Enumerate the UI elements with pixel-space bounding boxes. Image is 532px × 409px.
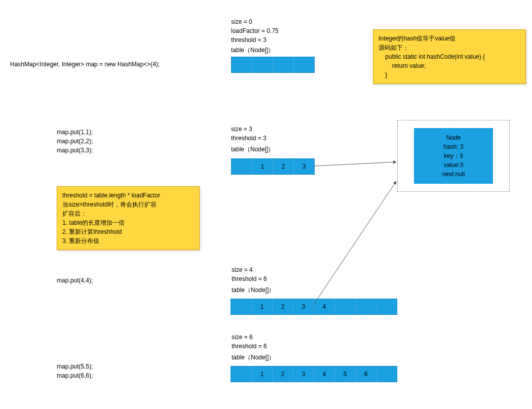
node-detail-frame: Node hash: 3 key：3 value:3 next:null (397, 120, 510, 192)
note-hashcode: Integer的hash值等于value值 源码如下： public stati… (373, 29, 526, 84)
state3-table-array: 1234 (231, 299, 397, 315)
array-cell: 6 (356, 366, 376, 382)
code-put-4: map.put(4,4); (57, 276, 93, 285)
array-cell (356, 299, 376, 314)
array-cell (231, 366, 252, 382)
array-cell (376, 366, 397, 382)
state3-threshold: threshold = 6 (232, 274, 267, 283)
state3-size: size = 4 (232, 265, 253, 274)
array-cell: 1 (252, 299, 273, 314)
state3-table-label: table（Node[]） (232, 285, 275, 295)
state1-table-label: table（Node[]） (231, 46, 274, 55)
array-cell (335, 299, 356, 314)
array-cell (232, 159, 252, 174)
code-put-56: map.put(5,5); map.put(6,6); (57, 362, 93, 380)
state4-table-label: table（Node[]） (232, 353, 275, 362)
array-cell (231, 299, 252, 314)
note-resize: threshold = table.length * loadFactor 当s… (57, 186, 200, 250)
array-cell (376, 299, 397, 314)
array-cell (294, 57, 314, 72)
state2-threshold: threshold = 3 (231, 134, 267, 143)
node-detail-box: Node hash: 3 key：3 value:3 next:null (414, 128, 493, 184)
state2-size: size = 3 (231, 125, 252, 134)
array-cell: 3 (294, 159, 314, 174)
diagram-canvas: HashMap<Integer, Integer> map = new Hash… (0, 0, 532, 409)
code-put-123: map.put(1,1); map.put(2,2); map.put(3,3)… (57, 128, 93, 155)
state2-table-label: table（Node[]） (231, 145, 274, 154)
state2-table-array: 123 (231, 158, 315, 175)
array-cell: 2 (273, 159, 294, 174)
array-cell: 3 (293, 366, 314, 382)
code-declaration: HashMap<Integer, Integer> map = new Hash… (10, 60, 160, 69)
array-cell: 2 (273, 366, 293, 382)
arrow-state2-to-node (313, 162, 396, 166)
array-cell: 4 (314, 366, 335, 382)
state1-size: size = 0 (231, 17, 252, 26)
state1-table-array (231, 57, 315, 73)
array-cell (252, 57, 273, 72)
state4-table-array: 123456 (231, 366, 397, 382)
array-cell: 3 (293, 299, 314, 314)
array-cell: 4 (314, 299, 335, 314)
array-cell: 1 (252, 366, 273, 382)
array-cell (273, 57, 294, 72)
state4-threshold: threshold = 6 (232, 342, 267, 351)
arrow-state3-to-node (313, 181, 396, 305)
state1-threshold: threshold = 3 (231, 35, 267, 45)
array-cell (232, 57, 252, 72)
array-cell: 1 (252, 159, 273, 174)
state1-loadfactor: loadFactor = 0.75 (231, 26, 279, 35)
array-cell: 5 (335, 366, 356, 382)
state4-size: size = 6 (232, 333, 253, 342)
array-cell: 2 (273, 299, 293, 314)
